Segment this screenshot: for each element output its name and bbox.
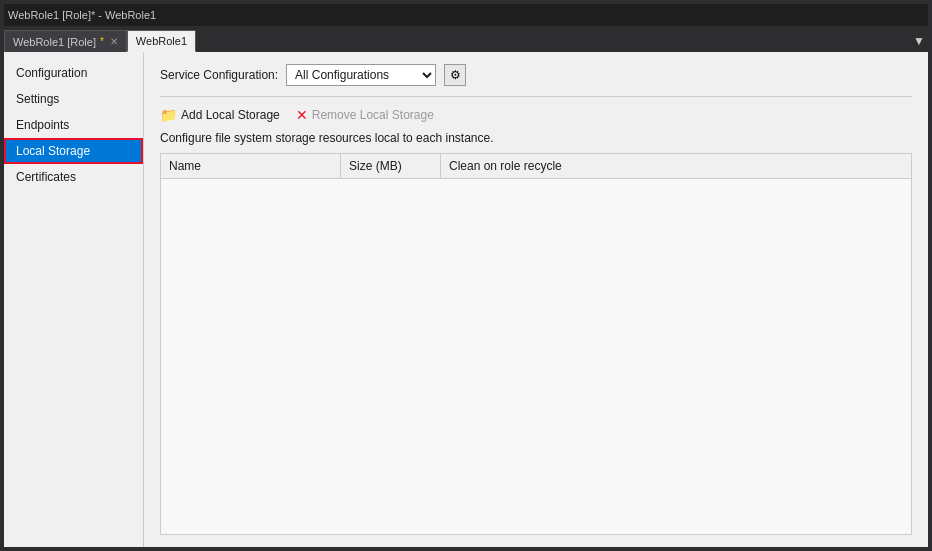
remove-local-storage-button[interactable]: ✕ Remove Local Storage <box>296 107 434 123</box>
content-panel: Service Configuration: All Configuration… <box>144 52 928 547</box>
service-config-select[interactable]: All Configurations Cloud Local <box>286 64 436 86</box>
remove-local-storage-label: Remove Local Storage <box>312 108 434 122</box>
tab-label-active: WebRole1 <box>136 35 187 47</box>
sidebar-item-configuration[interactable]: Configuration <box>4 60 143 86</box>
config-manage-btn[interactable]: ⚙ <box>444 64 466 86</box>
divider <box>160 96 912 97</box>
add-local-storage-button[interactable]: 📁 Add Local Storage <box>160 107 280 123</box>
add-local-storage-icon: 📁 <box>160 107 177 123</box>
tab-webrole1-role[interactable]: WebRole1 [Role] * ✕ <box>4 30 127 52</box>
title-text: WebRole1 [Role]* - WebRole1 <box>8 9 156 21</box>
tab-close-icon[interactable]: ✕ <box>110 36 118 47</box>
tab-webrole1[interactable]: WebRole1 <box>127 30 196 52</box>
tab-label: WebRole1 [Role] <box>13 36 96 48</box>
action-toolbar: 📁 Add Local Storage ✕ Remove Local Stora… <box>160 107 912 123</box>
main-area: Configuration Settings Endpoints Local S… <box>4 52 928 547</box>
sidebar-label-configuration: Configuration <box>16 66 87 80</box>
service-config-label: Service Configuration: <box>160 68 278 82</box>
tab-bar: WebRole1 [Role] * ✕ WebRole1 ▼ <box>4 28 928 52</box>
sidebar-item-certificates[interactable]: Certificates <box>4 164 143 190</box>
tab-dropdown-btn[interactable]: ▼ <box>910 30 928 52</box>
sidebar-item-local-storage[interactable]: Local Storage <box>4 138 143 164</box>
remove-local-storage-icon: ✕ <box>296 107 308 123</box>
add-local-storage-label: Add Local Storage <box>181 108 280 122</box>
sidebar-label-local-storage: Local Storage <box>16 144 90 158</box>
sidebar: Configuration Settings Endpoints Local S… <box>4 52 144 547</box>
description-text: Configure file system storage resources … <box>160 131 912 145</box>
title-bar: WebRole1 [Role]* - WebRole1 <box>4 4 928 26</box>
sidebar-label-certificates: Certificates <box>16 170 76 184</box>
column-header-size: Size (MB) <box>341 154 441 178</box>
sidebar-item-settings[interactable]: Settings <box>4 86 143 112</box>
sidebar-label-settings: Settings <box>16 92 59 106</box>
app-window: WebRole1 [Role]* - WebRole1 WebRole1 [Ro… <box>0 0 932 551</box>
table-body <box>161 179 911 459</box>
config-manage-icon: ⚙ <box>450 68 461 82</box>
column-header-name: Name <box>161 154 341 178</box>
sidebar-item-endpoints[interactable]: Endpoints <box>4 112 143 138</box>
service-config-row: Service Configuration: All Configuration… <box>160 64 912 86</box>
modified-indicator: * <box>100 36 104 47</box>
sidebar-label-endpoints: Endpoints <box>16 118 69 132</box>
column-header-clean: Clean on role recycle <box>441 154 911 178</box>
table-header: Name Size (MB) Clean on role recycle <box>161 154 911 179</box>
local-storage-table: Name Size (MB) Clean on role recycle <box>160 153 912 535</box>
